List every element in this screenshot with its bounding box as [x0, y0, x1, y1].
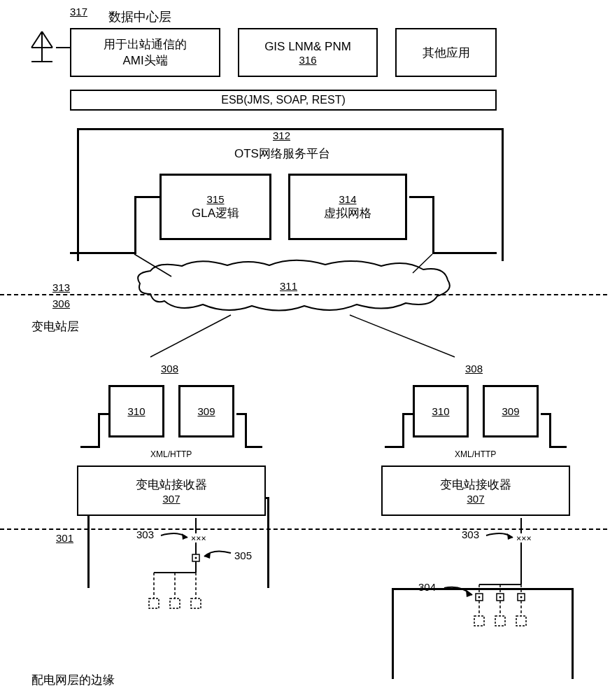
ref-303-left: 303	[136, 528, 154, 540]
receiver-left: 变电站接收器 307	[77, 465, 266, 516]
svg-point-13	[195, 557, 197, 559]
ref-308-left: 308	[161, 363, 178, 374]
ref-309-l: 309	[197, 405, 215, 417]
svg-point-36	[520, 596, 523, 598]
svg-text:×××: ×××	[191, 533, 206, 543]
sub-l-leg-l	[98, 413, 100, 448]
ref-309-r: 309	[502, 405, 519, 417]
svg-point-34	[499, 596, 502, 598]
ref-307-r: 307	[467, 493, 484, 505]
sub-left-310: 310	[108, 385, 164, 438]
sub-r-itl	[402, 413, 413, 415]
ref-308-right: 308	[465, 363, 483, 374]
ref-303-right: 303	[462, 528, 479, 540]
ref-310-l: 310	[127, 405, 145, 417]
ref-305: 305	[234, 550, 252, 561]
svg-text:×××: ×××	[516, 533, 532, 543]
svg-line-8	[350, 315, 455, 357]
receiver-right-label: 变电站接收器	[440, 477, 511, 493]
sub-l-itl	[98, 413, 108, 415]
xml-http-right: XML/HTTP	[455, 449, 496, 459]
sub-left-309: 309	[178, 385, 234, 438]
sub-right-310: 310	[413, 385, 469, 438]
sub-l-leg-r	[245, 413, 247, 448]
receiver-left-label: 变电站接收器	[136, 477, 207, 493]
sub-l-br	[245, 446, 262, 448]
distribution-right: ×××	[413, 518, 588, 651]
svg-line-6	[413, 254, 432, 273]
svg-rect-42	[516, 616, 526, 626]
ref-306: 306	[52, 298, 70, 309]
sub-r-br	[549, 446, 567, 448]
xml-http-left: XML/HTTP	[150, 449, 192, 459]
sub-r-leg-r	[549, 413, 551, 448]
svg-rect-40	[474, 616, 484, 626]
svg-rect-20	[170, 598, 180, 608]
substation-layer-title: 变电站层	[31, 318, 79, 335]
ref-313: 313	[52, 281, 70, 293]
svg-rect-41	[495, 616, 505, 626]
sub-r-itr	[541, 413, 551, 415]
sub-r-leg-l	[402, 413, 404, 448]
sub-l-bl	[80, 446, 98, 448]
dist-layer-title: 配电网层的边缘	[31, 672, 115, 688]
receiver-right: 变电站接收器 307	[381, 465, 570, 516]
ref-307-l: 307	[162, 493, 180, 505]
ref-301: 301	[56, 532, 73, 544]
svg-point-32	[478, 596, 481, 598]
sub-right-309: 309	[483, 385, 539, 438]
svg-rect-21	[191, 598, 201, 608]
sub-r-bl	[385, 446, 402, 448]
svg-line-7	[150, 315, 231, 357]
ref-310-r: 310	[432, 405, 449, 417]
ref-304: 304	[418, 581, 436, 593]
sub-l-itr	[236, 413, 247, 415]
svg-rect-19	[149, 598, 159, 608]
divider-1	[0, 294, 607, 295]
svg-line-5	[134, 254, 171, 276]
